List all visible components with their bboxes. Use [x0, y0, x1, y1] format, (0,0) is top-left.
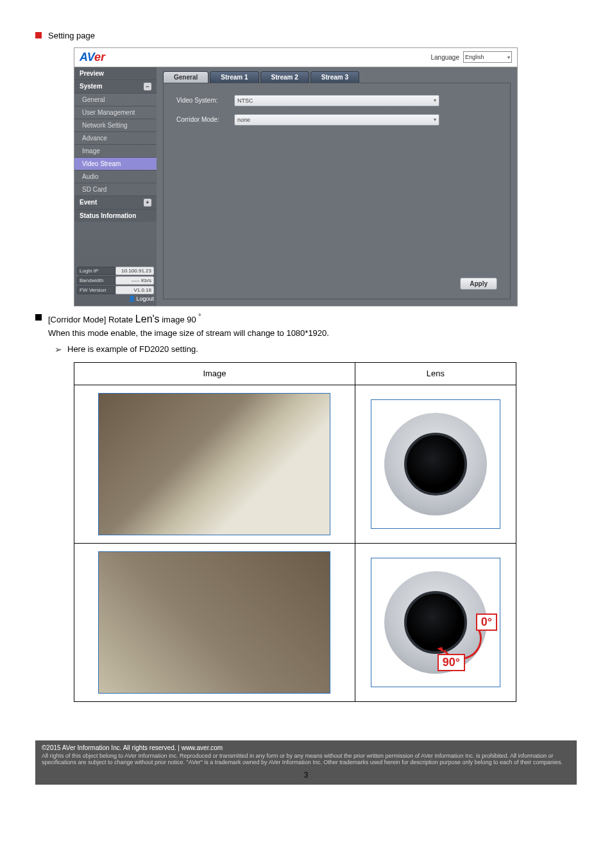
sidebar-item-label: Network Setting — [82, 122, 128, 129]
sidebar-item-label: SD Card — [82, 186, 106, 193]
chevron-down-icon: ▾ — [434, 97, 436, 103]
sidebar-footer: Login IP 10.100.91.23 Bandwidth ----- Kb… — [74, 264, 157, 306]
t: [Corridor Mode] Rotate — [48, 315, 135, 324]
user-icon: 👤 — [128, 296, 135, 302]
video-system-select[interactable]: NTSC ▾ — [234, 95, 439, 106]
section1-text: Setting page — [48, 29, 577, 42]
sidebar-system[interactable]: System − — [74, 80, 157, 94]
fw-version-value: V1.0.18 — [115, 286, 154, 294]
sidebar-status-information[interactable]: Status Information — [74, 210, 157, 222]
sidebar-item-video-stream[interactable]: Video Stream — [74, 158, 157, 171]
fw-version-label: FW Version — [77, 286, 115, 294]
section2-text: [Corridor Mode] Rotate Len's image 90 ° … — [48, 312, 577, 340]
cell-lens-normal — [355, 385, 516, 543]
footer-line2: All rights of this object belong to AVer… — [42, 753, 570, 765]
webui-screenshot: AVer Language English ▾ Preview System −… — [74, 47, 518, 306]
tab-label: Stream 3 — [321, 74, 348, 81]
bullet-black — [35, 314, 42, 321]
sidebar-item-label: General — [82, 96, 105, 103]
sidebar-preview[interactable]: Preview — [74, 67, 157, 80]
video-system-label: Video System: — [176, 97, 234, 104]
degree-note: ° — [198, 313, 201, 320]
chevron-down-icon: ▾ — [434, 117, 436, 122]
photo-watermark: · — [101, 687, 103, 691]
dome-body — [384, 413, 487, 515]
sidebar-item-user-management[interactable]: User Management — [74, 106, 157, 119]
tab-general[interactable]: General — [163, 71, 208, 83]
login-ip-label: Login IP — [77, 267, 115, 275]
login-ip-value: 10.100.91.23 — [115, 267, 154, 275]
col-header-image: Image — [74, 362, 355, 385]
annotation-90deg: 90° — [438, 654, 465, 671]
photo-watermark: · — [101, 528, 103, 533]
dome-camera-annotated: 0° 90° — [371, 558, 500, 687]
tab-label: Stream 2 — [271, 74, 298, 81]
tab-label: Stream 1 — [221, 74, 248, 81]
col-header-lens: Lens — [355, 362, 516, 385]
expand-icon: + — [144, 199, 151, 206]
aver-logo: AVer — [80, 51, 105, 64]
bullet-red — [35, 32, 42, 38]
sidebar-item-label: Image — [82, 147, 100, 154]
webui-header: AVer Language English ▾ — [74, 48, 517, 67]
apply-label: Apply — [470, 280, 488, 287]
sidebar-preview-label: Preview — [80, 70, 104, 77]
dome-camera — [371, 399, 500, 529]
apply-button[interactable]: Apply — [460, 278, 497, 290]
corridor-mode-label: Corridor Mode: — [176, 116, 234, 123]
language-label: Language — [431, 54, 460, 61]
t: image 90 — [160, 315, 196, 324]
sidebar-item-label: Advance — [82, 135, 107, 142]
annotation-0deg: 0° — [476, 613, 497, 631]
page-number: 3 — [35, 771, 577, 780]
t: When this mode enable, the image size of… — [48, 328, 329, 338]
tab-label: General — [174, 74, 198, 81]
main-panel: General Stream 1 Stream 2 Stream 3 Video… — [157, 67, 517, 306]
sidebar-item-advance[interactable]: Advance — [74, 132, 157, 145]
sidebar-event[interactable]: Event + — [74, 196, 157, 210]
tab-stream-3[interactable]: Stream 3 — [310, 71, 359, 83]
sidebar-item-image[interactable]: Image — [74, 145, 157, 158]
chevron-down-icon: ▾ — [507, 54, 510, 60]
bandwidth-value: ----- Kb/s — [115, 276, 154, 285]
sidebar-status-label: Status Information — [80, 212, 136, 219]
collapse-icon: − — [144, 83, 151, 90]
sidebar-item-general[interactable]: General — [74, 94, 157, 106]
video-system-value: NTSC — [237, 97, 253, 104]
logout-label: Logout — [136, 296, 154, 302]
sidebar-item-label: Audio — [82, 173, 99, 180]
bandwidth-label: Bandwidth — [77, 276, 115, 285]
tab-stream-1[interactable]: Stream 1 — [210, 71, 259, 83]
sidebar-item-network-setting[interactable]: Network Setting — [74, 119, 157, 132]
example-table: Image Lens · · — [74, 362, 516, 702]
sidebar-item-label: User Management — [82, 109, 135, 116]
tab-stream-2[interactable]: Stream 2 — [260, 71, 309, 83]
sidebar-system-label: System — [80, 83, 103, 90]
language-selector-wrap: Language English ▾ — [431, 51, 513, 63]
cell-image-rotated: · — [74, 543, 355, 701]
language-select[interactable]: English ▾ — [463, 51, 512, 63]
sidebar: Preview System − General User Management… — [74, 67, 157, 306]
t-lens: Len's — [135, 313, 160, 324]
cell-lens-rotated: 0° 90° — [355, 543, 516, 701]
dome-lens — [404, 433, 467, 496]
photo-landscape: · — [98, 393, 330, 535]
arrow-bullet-icon: ➢ — [55, 344, 62, 355]
corridor-mode-value: none — [237, 117, 250, 123]
example-table-wrap: Image Lens · · — [74, 362, 577, 702]
corridor-mode-select[interactable]: none ▾ — [234, 114, 439, 126]
tab-bar: General Stream 1 Stream 2 Stream 3 — [163, 71, 511, 83]
cell-image-normal: · — [74, 385, 355, 543]
logo-part-av: AV — [80, 51, 94, 63]
footer-line1: ©2015 AVer Information Inc. All rights r… — [42, 744, 570, 751]
sidebar-item-sd-card[interactable]: SD Card — [74, 183, 157, 196]
sidebar-item-audio[interactable]: Audio — [74, 171, 157, 183]
photo-rotated: · — [98, 551, 330, 694]
settings-panel: Video System: NTSC ▾ Corridor Mode: none… — [163, 83, 511, 299]
language-value: English — [465, 54, 484, 60]
sidebar-item-label: Video Stream — [82, 160, 121, 167]
sidebar-event-label: Event — [80, 199, 97, 206]
section3-text: Here is example of FD2020 setting. — [67, 343, 577, 356]
logo-part-er: er — [94, 51, 105, 63]
logout-link[interactable]: 👤 Logout — [77, 296, 154, 302]
